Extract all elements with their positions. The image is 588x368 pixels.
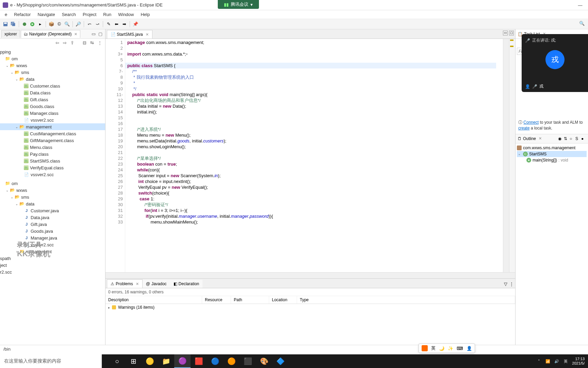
horizontal-scrollbar[interactable]: [105, 272, 515, 278]
menu-project[interactable]: Project: [79, 11, 100, 18]
app-icon[interactable]: 🟠: [223, 354, 240, 368]
hide-fields-icon[interactable]: ○: [570, 136, 574, 141]
menu-refactor[interactable]: Refactor: [11, 11, 34, 18]
sogou-icon[interactable]: [422, 345, 428, 351]
menu-search[interactable]: Search: [59, 11, 79, 18]
maximize-editor-icon[interactable]: ▢: [509, 31, 514, 35]
tree-misc[interactable]: ject: [0, 262, 105, 269]
tab-explorer[interactable]: xplorer: [1, 30, 20, 38]
col-type[interactable]: Type: [297, 296, 515, 304]
new-class-icon[interactable]: ©: [56, 21, 63, 28]
collapse-icon[interactable]: ⌄: [14, 77, 19, 81]
outline-package[interactable]: com.wxws.sms.management: [517, 145, 587, 151]
ime-emoji-icon[interactable]: ✨: [448, 346, 453, 351]
forward-icon[interactable]: ➡: [121, 21, 128, 28]
clock[interactable]: 17:13 2021/5/: [572, 357, 585, 366]
tree-item[interactable]: Goods.java: [0, 228, 105, 234]
hide-nonpublic-icon[interactable]: ●: [581, 136, 586, 141]
tree-misc[interactable]: r2.scc: [0, 269, 105, 275]
minimize-editor-icon[interactable]: ▭: [503, 31, 508, 35]
problems-table[interactable]: Description Resource Path Location Type …: [105, 296, 515, 345]
forward-nav-icon[interactable]: ⇨: [63, 40, 68, 46]
tree-item[interactable]: Gift.java: [0, 221, 105, 228]
collapse-icon[interactable]: ⌄: [14, 202, 19, 206]
tree-item[interactable]: ⌄sms: [0, 69, 105, 76]
close-icon[interactable]: ✕: [136, 282, 139, 286]
connect-link[interactable]: Connect: [523, 120, 539, 125]
coverage-icon[interactable]: ▸: [37, 21, 44, 28]
tab-declaration[interactable]: ◧ Declaration: [170, 280, 203, 288]
expand-icon[interactable]: ⌄: [517, 152, 522, 156]
minimize-view-icon[interactable]: ▭: [92, 31, 97, 37]
collapse-icon[interactable]: ⌄: [10, 195, 14, 199]
run-icon[interactable]: [29, 21, 36, 28]
menu-run[interactable]: Run: [100, 11, 115, 18]
eclipse-taskbar-icon[interactable]: 🟣: [174, 354, 191, 368]
tree-item[interactable]: om: [0, 55, 105, 62]
ime-keyboard-icon[interactable]: ⌨: [457, 346, 463, 351]
tree-root[interactable]: pping: [0, 48, 105, 55]
menu-source[interactable]: e: [1, 11, 11, 18]
filter-icon[interactable]: ▽: [504, 281, 507, 287]
tree-item[interactable]: Menu.class: [0, 144, 105, 151]
paint-icon[interactable]: 🎨: [256, 354, 272, 368]
maximize-view-icon[interactable]: ▢: [98, 31, 104, 37]
tree-item[interactable]: Customer.class: [0, 82, 105, 89]
chrome-icon[interactable]: 🟡: [142, 354, 158, 368]
navigator-tree[interactable]: pping om⌄wxws⌄sms⌄dataCustomer.classData…: [0, 47, 105, 345]
ime-tray-icon[interactable]: 英: [562, 358, 569, 364]
tree-item[interactable]: Data.java: [0, 214, 105, 221]
back-icon[interactable]: ⬅: [113, 21, 120, 28]
save-icon[interactable]: [2, 21, 9, 28]
table-row[interactable]: ▸ Warnings (16 items): [105, 304, 515, 311]
collapse-icon[interactable]: ⌄: [14, 125, 19, 129]
windows-search-box[interactable]: 在这里输入你要搜索的内容: [0, 354, 102, 368]
focus-icon[interactable]: ◉: [558, 136, 563, 141]
menu-navigate[interactable]: Navigate: [34, 11, 58, 18]
tree-item[interactable]: Manager.class: [0, 110, 105, 117]
ime-toolbar[interactable]: 英 🌙 ✨ ⌨ 👤: [419, 343, 475, 353]
outline-method[interactable]: ● main(String[]) : void: [517, 157, 587, 163]
tab-javadoc[interactable]: @ Javadoc: [143, 280, 170, 288]
filter-icon[interactable]: ⋮: [98, 40, 103, 46]
ime-lang[interactable]: 英: [431, 345, 436, 351]
back-nav-icon[interactable]: ⇦: [55, 40, 61, 46]
tree-item[interactable]: ⌄sms: [0, 194, 105, 200]
tree-item[interactable]: vssver2.scc: [0, 117, 105, 123]
tree-item[interactable]: vssver2.scc: [0, 171, 105, 178]
ime-user-icon[interactable]: 👤: [467, 346, 472, 351]
tree-item[interactable]: GiftManagement.class: [0, 137, 105, 144]
create-link[interactable]: create: [518, 126, 529, 131]
tree-item[interactable]: Pay.class: [0, 151, 105, 157]
save-all-icon[interactable]: [10, 21, 17, 28]
tab-navigator[interactable]: 🗂 Navigator (Deprecated) ✕: [21, 30, 81, 38]
tray-up-icon[interactable]: ˄: [536, 358, 542, 364]
tree-item[interactable]: ⌄data: [0, 76, 105, 82]
tab-problems[interactable]: ⚠ Problems ✕: [107, 279, 143, 288]
pin-icon[interactable]: 📌: [132, 21, 139, 28]
tree-item[interactable]: VerifyEqual.class: [0, 164, 105, 171]
quick-access-icon[interactable]: 🔍: [579, 21, 586, 28]
tree-item[interactable]: Goods.class: [0, 103, 105, 110]
edge-icon[interactable]: 🔵: [207, 354, 223, 368]
code-editor[interactable]: 123+567-891011-1213141516171819202122232…: [105, 39, 515, 272]
tree-item[interactable]: om: [0, 180, 105, 187]
last-edit-icon[interactable]: ✎: [105, 21, 112, 28]
col-location[interactable]: Location: [269, 296, 297, 304]
tree-item[interactable]: Gift.class: [0, 96, 105, 103]
tree-misc[interactable]: spath: [0, 255, 105, 262]
col-path[interactable]: Path: [231, 296, 269, 304]
ime-punct-icon[interactable]: 🌙: [439, 346, 444, 351]
next-annotation-icon[interactable]: ⤻: [94, 21, 101, 28]
tree-item[interactable]: Manager.java: [0, 234, 105, 241]
open-type-icon[interactable]: 🔍: [64, 21, 70, 28]
tree-item[interactable]: StartSMS.class: [0, 157, 105, 164]
expand-icon[interactable]: ▸: [108, 306, 110, 309]
close-icon[interactable]: ✕: [539, 136, 542, 141]
tree-item[interactable]: ⌄wxws: [0, 62, 105, 69]
tree-item[interactable]: Data.class: [0, 89, 105, 96]
tree-item[interactable]: ›management: [0, 248, 105, 255]
col-resource[interactable]: Resource: [202, 296, 231, 304]
close-icon[interactable]: ✕: [146, 32, 149, 37]
prev-annotation-icon[interactable]: ⤺: [86, 21, 93, 28]
